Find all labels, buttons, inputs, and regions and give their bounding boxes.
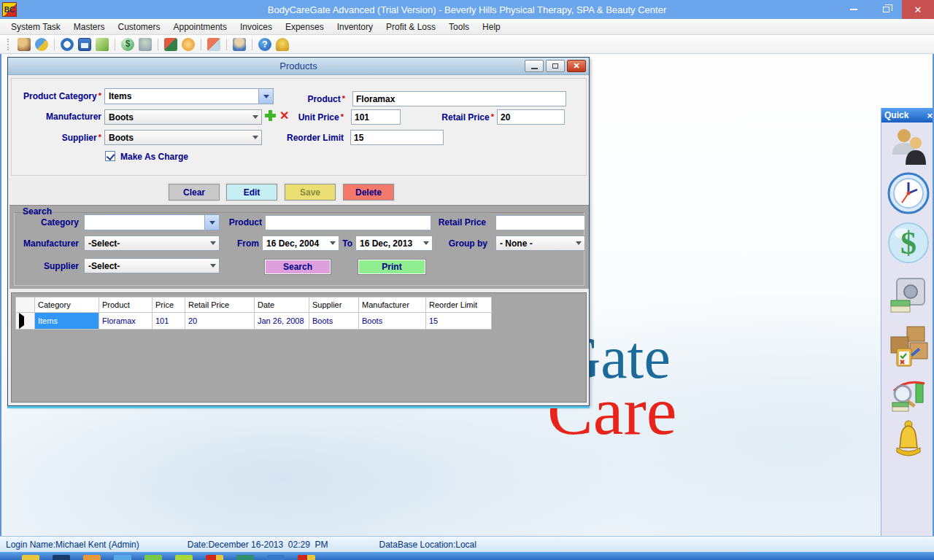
dollar-coin-icon[interactable]: $ <box>121 38 134 51</box>
menu-tools[interactable]: Tools <box>442 20 476 34</box>
quick-panel-title: Quick <box>884 110 908 120</box>
search-category-label: Category <box>9 217 79 228</box>
dialog-close-button[interactable]: ✕ <box>567 60 586 72</box>
taskbar-icon[interactable] <box>22 555 39 560</box>
menu-customers[interactable]: Customers <box>112 20 167 34</box>
quick-close-icon[interactable]: × <box>927 110 933 121</box>
group-by-dropdown[interactable]: - None - <box>495 236 585 251</box>
taskbar-icon[interactable] <box>114 555 131 560</box>
from-date-dropdown[interactable]: 16 Dec, 2004 <box>262 236 339 251</box>
calendar-icon[interactable] <box>78 38 91 51</box>
row-selector-arrow-icon <box>19 313 24 329</box>
unit-price-label: Unit Price* <box>256 112 344 122</box>
report-chart-icon[interactable] <box>207 38 220 51</box>
taskbar-icon[interactable] <box>144 555 162 560</box>
dialog-titlebar[interactable]: Products ✕ <box>8 58 589 75</box>
col-price[interactable]: Price <box>153 298 185 313</box>
edit-button[interactable]: Edit <box>226 184 277 201</box>
col-date[interactable]: Date <box>255 298 309 313</box>
cash-safe-icon[interactable] <box>889 277 927 318</box>
search-product-input[interactable] <box>265 215 431 230</box>
menu-invoices[interactable]: Invoices <box>234 20 279 34</box>
search-button[interactable]: Search <box>265 260 331 274</box>
retail-price-input[interactable] <box>497 109 565 125</box>
cell-reorder-limit[interactable]: 15 <box>426 313 492 330</box>
col-product[interactable]: Product <box>99 298 153 313</box>
menu-inventory[interactable]: Inventory <box>331 20 379 34</box>
save-button[interactable]: Save <box>285 184 336 201</box>
supplier-dropdown[interactable]: Boots <box>104 130 262 145</box>
money-icon[interactable]: $ <box>887 222 930 267</box>
row-selector[interactable] <box>16 313 35 330</box>
menu-appointments[interactable]: Appointments <box>167 20 234 34</box>
col-reorder-limit[interactable]: Reorder Limit <box>426 298 492 313</box>
clock-icon[interactable] <box>887 172 930 217</box>
bell-icon[interactable] <box>276 38 289 51</box>
bell-icon[interactable] <box>892 420 925 464</box>
taskbar-icon[interactable] <box>83 555 101 560</box>
chevron-down-icon[interactable] <box>207 264 219 268</box>
plant-icon[interactable] <box>139 38 152 51</box>
search-supplier-dropdown[interactable]: -Select- <box>84 258 220 273</box>
user-report-icon[interactable] <box>233 38 246 51</box>
refresh-swirl-icon[interactable] <box>182 38 195 51</box>
search-retail-price-input[interactable] <box>495 215 585 230</box>
delete-button[interactable]: Delete <box>343 184 394 201</box>
toolbar: $ ? <box>0 35 934 54</box>
manufacturer-dropdown[interactable]: Boots <box>104 109 262 125</box>
menu-expenses[interactable]: Expenses <box>279 20 331 34</box>
restore-button[interactable] <box>870 0 902 19</box>
cell-manufacturer[interactable]: Boots <box>359 313 426 330</box>
make-as-charge-checkbox[interactable] <box>105 151 115 161</box>
taskbar-icon[interactable] <box>175 555 193 560</box>
product-category-combo[interactable]: Items <box>104 88 274 104</box>
customers-icon[interactable] <box>888 127 929 169</box>
user-edit-icon[interactable] <box>18 38 31 51</box>
dialog-minimize-button[interactable] <box>525 60 544 72</box>
status-database: DataBase Location:Local <box>379 540 476 550</box>
help-icon[interactable]: ? <box>258 38 271 51</box>
print-button[interactable]: Print <box>358 260 425 274</box>
reorder-limit-input[interactable] <box>350 130 444 145</box>
invoice-pen-icon[interactable] <box>96 38 109 51</box>
inventory-boxes-icon[interactable] <box>887 324 930 370</box>
cell-product[interactable]: Floramax <box>99 313 153 330</box>
menu-profit-loss[interactable]: Profit & Loss <box>379 20 442 34</box>
table-row[interactable]: Items Floramax 101 20 Jan 26, 2008 Boots… <box>16 313 492 330</box>
col-manufacturer[interactable]: Manufacturer <box>359 298 426 313</box>
cell-date[interactable]: Jan 26, 2008 <box>255 313 309 330</box>
taskbar-icon[interactable] <box>53 555 70 560</box>
quick-panel-header: Quick × <box>881 108 934 122</box>
taskbar-icon[interactable] <box>267 555 285 560</box>
status-bar: Login Name:Michael Kent (Admin) Date:Dec… <box>0 536 934 552</box>
chevron-down-icon[interactable] <box>573 241 584 245</box>
menu-help[interactable]: Help <box>476 20 507 34</box>
clear-button[interactable]: Clear <box>169 184 220 201</box>
dialog-maximize-button[interactable] <box>546 60 565 72</box>
search-group: Search Category Product Retail Price Man… <box>9 205 589 289</box>
retail-price-label: Retail Price* <box>402 112 494 122</box>
menu-system-task[interactable]: System Task <box>4 20 67 34</box>
manufacturer-label: Manufacturer <box>8 112 101 122</box>
menu-masters[interactable]: Masters <box>67 20 112 34</box>
results-grid: Category Product Price Retail Price Date… <box>11 292 587 402</box>
search-retail-price-label: Retail Price <box>418 217 486 228</box>
col-category[interactable]: Category <box>35 298 99 313</box>
unit-price-input[interactable] <box>351 109 401 125</box>
cart-icon[interactable] <box>164 38 177 51</box>
taskbar-icon[interactable] <box>206 555 223 560</box>
cell-price[interactable]: 101 <box>153 313 185 330</box>
cell-retail-price[interactable]: 20 <box>185 313 255 330</box>
clock-icon[interactable] <box>61 38 74 51</box>
cell-category[interactable]: Items <box>35 313 99 330</box>
col-supplier[interactable]: Supplier <box>309 298 359 313</box>
close-button[interactable]: ✕ <box>902 0 934 19</box>
cell-supplier[interactable]: Boots <box>309 313 359 330</box>
col-retail-price[interactable]: Retail Price <box>185 298 255 313</box>
report-search-icon[interactable] <box>888 378 929 416</box>
taskbar-icon[interactable] <box>298 555 315 560</box>
design-brush-icon[interactable] <box>35 38 48 51</box>
product-input[interactable] <box>352 91 566 106</box>
taskbar-icon[interactable] <box>236 555 254 560</box>
minimize-button[interactable] <box>838 0 870 19</box>
